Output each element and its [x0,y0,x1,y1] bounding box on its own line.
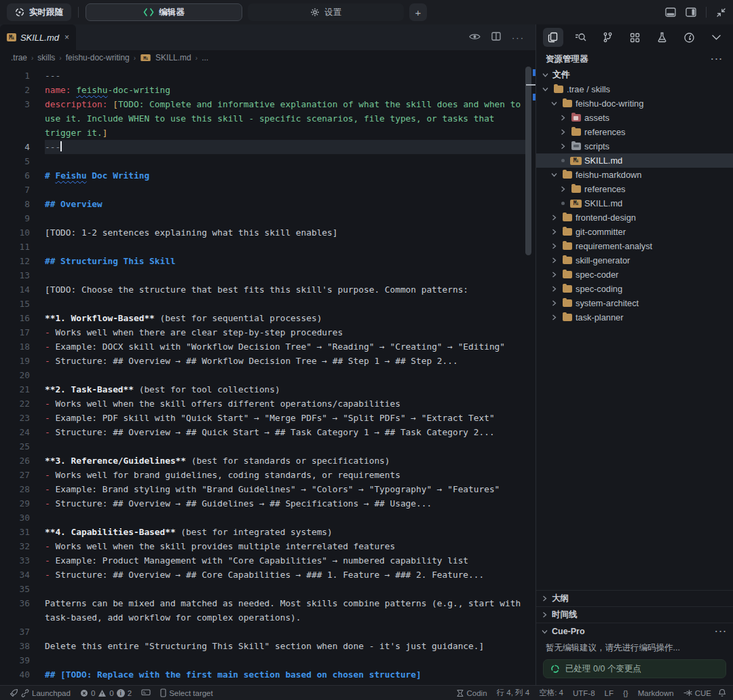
tree-item-skill-generator[interactable]: skill-generator [536,253,733,268]
close-tab-icon[interactable]: × [64,33,69,42]
code-line[interactable]: 32- Works well when the skill provides m… [0,539,535,553]
problems-button[interactable]: 0 0 i 2 [77,689,134,697]
tree-item-frontend-design[interactable]: frontend-design [536,210,733,225]
code-line[interactable]: 28- Example: Brand styling with "Brand G… [0,482,535,496]
code-line[interactable]: 27- Works well for brand guidelines, cod… [0,468,535,482]
ports-button[interactable] [138,689,153,697]
select-target-button[interactable]: Select target [157,688,216,697]
preview-eye-icon[interactable] [469,31,481,43]
code-line[interactable]: 1--- [0,69,535,83]
code-line[interactable]: 31**4. Capabilities-Based** (best for in… [0,525,535,539]
explorer-more-icon[interactable]: ··· [711,54,724,64]
breadcrumb-item[interactable]: SKILL.md [155,53,191,62]
encoding[interactable]: UTF-8 [570,689,598,697]
tree-item-references[interactable]: references [536,182,733,196]
chevron-down-icon[interactable] [706,28,726,47]
breadcrumb-item[interactable]: ... [202,53,208,62]
code-line[interactable]: 25 [0,439,535,454]
code-line[interactable]: 40## [TODO: Replace with the first main … [0,667,535,682]
code-line[interactable]: 17- Works well when there are clear step… [0,325,535,339]
code-line[interactable]: 33- Example: Product Management with "Co… [0,553,535,568]
extensions-icon[interactable] [624,28,645,47]
live-follow-button[interactable]: 实时跟随 [7,3,71,21]
code-line[interactable]: 35 [0,582,535,596]
collapse-window-icon[interactable] [716,7,726,18]
tab-settings[interactable]: 设置 [248,3,404,21]
more-actions-icon[interactable]: ··· [512,33,525,43]
cue-pro-header[interactable]: Cue-Pro ··· [536,623,733,640]
code-line[interactable]: 30 [0,511,535,525]
code-line[interactable]: 24- Structure: ## Overview → ## Quick St… [0,425,535,439]
tree-item-feishu-doc-writing[interactable]: feishu-doc-writing [536,96,733,111]
tree-item-skill-md[interactable]: M↓SKILL.md [536,153,733,168]
source-control-icon[interactable] [597,28,618,47]
tree-item-git-committer[interactable]: git-committer [536,225,733,239]
tree-item-task-planner[interactable]: task-planner [536,310,733,325]
code-line[interactable]: 14[TODO: Choose the structure that best … [0,282,535,297]
breadcrumb-item[interactable]: feishu-doc-writing [66,53,130,62]
code-line[interactable]: 38Delete this entire "Structuring This S… [0,639,535,653]
indentation[interactable]: 空格: 4 [536,688,566,698]
test-flask-icon[interactable] [652,28,672,47]
launchpad-button[interactable]: Launchpad [7,688,73,697]
code-line[interactable]: 2name: feishu-doc-writing [0,83,535,97]
code-line[interactable]: 20 [0,368,535,382]
search-icon[interactable] [570,28,590,47]
code-editor[interactable]: 1---2name: feishu-doc-writing3descriptio… [0,65,535,685]
code-line[interactable]: 9 [0,211,535,225]
cue-pro-more-icon[interactable]: ··· [715,627,728,636]
code-line[interactable]: 15 [0,297,535,311]
tree-item-feishu-markdown[interactable]: feishu-markdown [536,168,733,182]
code-line[interactable]: 12## Structuring This Skill [0,254,535,268]
tree-item-spec-coding[interactable]: spec-coding [536,282,733,296]
code-line[interactable]: 11 [0,240,535,254]
code-line[interactable]: 10[TODO: 1-2 sentences explaining what t… [0,225,535,240]
split-editor-icon[interactable] [491,31,501,43]
code-line[interactable]: 19- Structure: ## Overview → ## Workflow… [0,354,535,368]
tab-editor[interactable]: 编辑器 [86,3,242,21]
tree-item-references[interactable]: references [536,125,733,139]
code-line[interactable]: 34- Structure: ## Overview → ## Core Cap… [0,568,535,582]
code-line[interactable]: 36Patterns can be mixed and matched as n… [0,596,535,625]
tree-item--trae-skills[interactable]: .trae / skills [536,82,733,96]
code-line[interactable]: 5 [0,154,535,168]
toggle-bottom-panel-icon[interactable] [665,7,676,17]
code-line[interactable]: 22- Works well when the skill offers dif… [0,397,535,411]
tree-item-assets[interactable]: assets [536,111,733,125]
cue-status[interactable]: CUE [681,689,714,697]
eol-sequence[interactable]: LF [602,689,616,697]
tree-item-system-architect[interactable]: system-architect [536,296,733,310]
breadcrumb-item[interactable]: skills [37,53,55,62]
explorer-icon[interactable] [543,28,563,47]
braces-indicator[interactable]: {} [620,689,631,697]
new-tab-button[interactable]: + [409,3,427,21]
code-line[interactable]: 7 [0,183,535,197]
code-line[interactable]: 4--- [0,140,535,154]
code-line[interactable]: 37 [0,625,535,639]
tree-item-requirement-analyst[interactable]: requirement-analyst [536,239,733,253]
code-line[interactable]: 39 [0,653,535,667]
run-profile-icon[interactable] [679,28,699,47]
language-mode[interactable]: Markdown [635,689,677,697]
codin-status[interactable]: Codin [453,689,490,697]
editor-scrollbar-thumb[interactable] [525,67,531,255]
code-line[interactable]: 23- Example: PDF skill with "Quick Start… [0,411,535,425]
code-line[interactable]: 16**1. Workflow-Based** (best for sequen… [0,311,535,325]
outline-section[interactable]: 大纲 [536,591,733,607]
breadcrumb-item[interactable]: .trae [11,53,27,62]
code-line[interactable]: 13 [0,268,535,282]
tree-item--[interactable]: 文件 [536,68,733,82]
tree-item-skill-md[interactable]: M↓SKILL.md [536,196,733,210]
toggle-right-panel-icon[interactable] [685,7,696,17]
cursor-position[interactable]: 行 4, 列 4 [494,688,533,698]
code-line[interactable]: 26**3. Reference/Guidelines** (best for … [0,454,535,468]
file-tab-skill-md[interactable]: M↓ SKILL.md × [0,24,76,50]
code-line[interactable]: 18- Example: DOCX skill with "Workflow D… [0,339,535,354]
tree-item-scripts[interactable]: scripts [536,139,733,153]
tree-item-spec-coder[interactable]: spec-coder [536,268,733,282]
code-line[interactable]: 21**2. Task-Based** (best for tool colle… [0,382,535,397]
code-line[interactable]: 29- Structure: ## Overview → ## Guidelin… [0,496,535,511]
bell-icon[interactable] [718,688,726,697]
code-line[interactable]: 3description: [TODO: Complete and inform… [0,97,535,140]
timeline-section[interactable]: 时间线 [536,607,733,623]
